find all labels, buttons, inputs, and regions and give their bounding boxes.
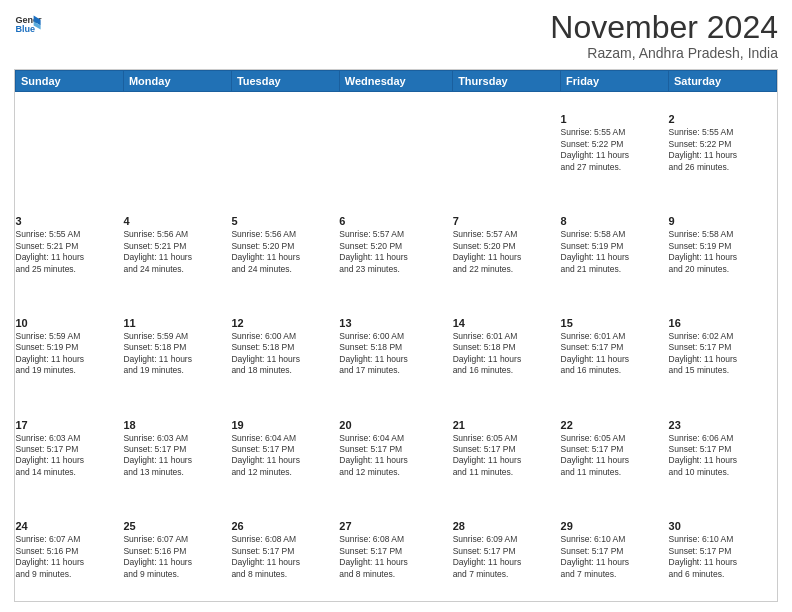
calendar-cell: 25Sunrise: 6:07 AMSunset: 5:16 PMDayligh…: [123, 499, 231, 601]
header-day-monday: Monday: [123, 71, 231, 92]
day-number: 24: [16, 520, 124, 532]
calendar-cell: 1Sunrise: 5:55 AMSunset: 5:22 PMDaylight…: [561, 92, 669, 195]
page: General Blue November 2024 Razam, Andhra…: [0, 0, 792, 612]
day-info: Sunrise: 6:00 AMSunset: 5:18 PMDaylight:…: [231, 331, 339, 377]
calendar-cell: [231, 92, 339, 195]
day-number: 20: [339, 419, 452, 431]
day-info: Sunrise: 6:03 AMSunset: 5:17 PMDaylight:…: [16, 433, 124, 479]
day-number: 6: [339, 215, 452, 227]
day-number: 16: [669, 317, 777, 329]
day-number: 27: [339, 520, 452, 532]
day-info: Sunrise: 6:04 AMSunset: 5:17 PMDaylight:…: [339, 433, 452, 479]
day-info: Sunrise: 6:01 AMSunset: 5:18 PMDaylight:…: [453, 331, 561, 377]
calendar-cell: 28Sunrise: 6:09 AMSunset: 5:17 PMDayligh…: [453, 499, 561, 601]
calendar-body: 1Sunrise: 5:55 AMSunset: 5:22 PMDaylight…: [16, 92, 777, 601]
day-number: 29: [561, 520, 669, 532]
day-number: 11: [123, 317, 231, 329]
day-number: 30: [669, 520, 777, 532]
calendar-week-1: 1Sunrise: 5:55 AMSunset: 5:22 PMDaylight…: [16, 92, 777, 195]
day-info: Sunrise: 5:55 AMSunset: 5:22 PMDaylight:…: [669, 127, 777, 173]
calendar-cell: [339, 92, 452, 195]
day-info: Sunrise: 6:06 AMSunset: 5:17 PMDaylight:…: [669, 433, 777, 479]
day-info: Sunrise: 6:05 AMSunset: 5:17 PMDaylight:…: [453, 433, 561, 479]
day-number: 28: [453, 520, 561, 532]
calendar-cell: 30Sunrise: 6:10 AMSunset: 5:17 PMDayligh…: [669, 499, 777, 601]
day-info: Sunrise: 5:55 AMSunset: 5:22 PMDaylight:…: [561, 127, 669, 173]
header-day-thursday: Thursday: [453, 71, 561, 92]
calendar-cell: 18Sunrise: 6:03 AMSunset: 5:17 PMDayligh…: [123, 398, 231, 500]
day-number: 19: [231, 419, 339, 431]
day-info: Sunrise: 6:10 AMSunset: 5:17 PMDaylight:…: [561, 534, 669, 580]
calendar-cell: 7Sunrise: 5:57 AMSunset: 5:20 PMDaylight…: [453, 194, 561, 296]
day-info: Sunrise: 5:56 AMSunset: 5:21 PMDaylight:…: [123, 229, 231, 275]
day-number: 25: [123, 520, 231, 532]
calendar-cell: 2Sunrise: 5:55 AMSunset: 5:22 PMDaylight…: [669, 92, 777, 195]
day-number: 10: [16, 317, 124, 329]
calendar: SundayMondayTuesdayWednesdayThursdayFrid…: [14, 69, 778, 602]
day-number: 14: [453, 317, 561, 329]
day-info: Sunrise: 5:57 AMSunset: 5:20 PMDaylight:…: [453, 229, 561, 275]
day-number: 13: [339, 317, 452, 329]
day-number: 12: [231, 317, 339, 329]
svg-text:Blue: Blue: [15, 24, 35, 34]
title-area: November 2024 Razam, Andhra Pradesh, Ind…: [550, 10, 778, 61]
day-info: Sunrise: 5:55 AMSunset: 5:21 PMDaylight:…: [16, 229, 124, 275]
calendar-cell: 5Sunrise: 5:56 AMSunset: 5:20 PMDaylight…: [231, 194, 339, 296]
calendar-cell: 13Sunrise: 6:00 AMSunset: 5:18 PMDayligh…: [339, 296, 452, 398]
calendar-week-3: 10Sunrise: 5:59 AMSunset: 5:19 PMDayligh…: [16, 296, 777, 398]
day-info: Sunrise: 6:09 AMSunset: 5:17 PMDaylight:…: [453, 534, 561, 580]
day-number: 4: [123, 215, 231, 227]
day-info: Sunrise: 6:01 AMSunset: 5:17 PMDaylight:…: [561, 331, 669, 377]
calendar-cell: 16Sunrise: 6:02 AMSunset: 5:17 PMDayligh…: [669, 296, 777, 398]
calendar-cell: 22Sunrise: 6:05 AMSunset: 5:17 PMDayligh…: [561, 398, 669, 500]
calendar-cell: 27Sunrise: 6:08 AMSunset: 5:17 PMDayligh…: [339, 499, 452, 601]
logo-area: General Blue: [14, 10, 42, 38]
header-day-tuesday: Tuesday: [231, 71, 339, 92]
day-info: Sunrise: 6:07 AMSunset: 5:16 PMDaylight:…: [123, 534, 231, 580]
calendar-cell: 20Sunrise: 6:04 AMSunset: 5:17 PMDayligh…: [339, 398, 452, 500]
day-number: 3: [16, 215, 124, 227]
calendar-cell: 9Sunrise: 5:58 AMSunset: 5:19 PMDaylight…: [669, 194, 777, 296]
calendar-cell: 15Sunrise: 6:01 AMSunset: 5:17 PMDayligh…: [561, 296, 669, 398]
day-number: 26: [231, 520, 339, 532]
header-day-sunday: Sunday: [16, 71, 124, 92]
day-number: 8: [561, 215, 669, 227]
day-info: Sunrise: 5:58 AMSunset: 5:19 PMDaylight:…: [669, 229, 777, 275]
day-info: Sunrise: 6:00 AMSunset: 5:18 PMDaylight:…: [339, 331, 452, 377]
day-number: 15: [561, 317, 669, 329]
header: General Blue November 2024 Razam, Andhra…: [14, 10, 778, 61]
day-number: 5: [231, 215, 339, 227]
calendar-cell: 17Sunrise: 6:03 AMSunset: 5:17 PMDayligh…: [16, 398, 124, 500]
header-day-wednesday: Wednesday: [339, 71, 452, 92]
day-info: Sunrise: 6:07 AMSunset: 5:16 PMDaylight:…: [16, 534, 124, 580]
day-info: Sunrise: 5:57 AMSunset: 5:20 PMDaylight:…: [339, 229, 452, 275]
day-number: 9: [669, 215, 777, 227]
calendar-cell: 4Sunrise: 5:56 AMSunset: 5:21 PMDaylight…: [123, 194, 231, 296]
calendar-cell: [123, 92, 231, 195]
calendar-cell: 10Sunrise: 5:59 AMSunset: 5:19 PMDayligh…: [16, 296, 124, 398]
calendar-cell: 8Sunrise: 5:58 AMSunset: 5:19 PMDaylight…: [561, 194, 669, 296]
day-info: Sunrise: 5:59 AMSunset: 5:18 PMDaylight:…: [123, 331, 231, 377]
header-day-friday: Friday: [561, 71, 669, 92]
day-info: Sunrise: 6:05 AMSunset: 5:17 PMDaylight:…: [561, 433, 669, 479]
day-info: Sunrise: 6:08 AMSunset: 5:17 PMDaylight:…: [231, 534, 339, 580]
calendar-cell: 29Sunrise: 6:10 AMSunset: 5:17 PMDayligh…: [561, 499, 669, 601]
calendar-cell: 14Sunrise: 6:01 AMSunset: 5:18 PMDayligh…: [453, 296, 561, 398]
calendar-cell: [453, 92, 561, 195]
day-info: Sunrise: 6:04 AMSunset: 5:17 PMDaylight:…: [231, 433, 339, 479]
calendar-cell: 19Sunrise: 6:04 AMSunset: 5:17 PMDayligh…: [231, 398, 339, 500]
calendar-header-row: SundayMondayTuesdayWednesdayThursdayFrid…: [16, 71, 777, 92]
day-number: 2: [669, 113, 777, 125]
day-info: Sunrise: 5:58 AMSunset: 5:19 PMDaylight:…: [561, 229, 669, 275]
calendar-cell: [16, 92, 124, 195]
calendar-cell: 26Sunrise: 6:08 AMSunset: 5:17 PMDayligh…: [231, 499, 339, 601]
calendar-week-2: 3Sunrise: 5:55 AMSunset: 5:21 PMDaylight…: [16, 194, 777, 296]
calendar-cell: 24Sunrise: 6:07 AMSunset: 5:16 PMDayligh…: [16, 499, 124, 601]
day-number: 22: [561, 419, 669, 431]
day-number: 21: [453, 419, 561, 431]
calendar-cell: 21Sunrise: 6:05 AMSunset: 5:17 PMDayligh…: [453, 398, 561, 500]
day-number: 7: [453, 215, 561, 227]
month-title: November 2024: [550, 10, 778, 45]
day-info: Sunrise: 5:56 AMSunset: 5:20 PMDaylight:…: [231, 229, 339, 275]
logo-icon: General Blue: [14, 10, 42, 38]
